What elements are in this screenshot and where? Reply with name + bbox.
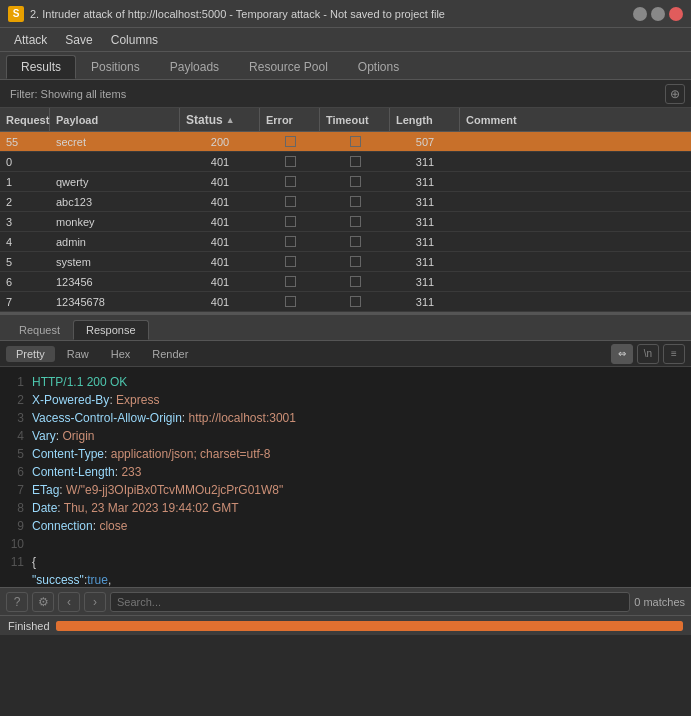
table-row[interactable]: 3 monkey 401 311 — [0, 212, 691, 232]
td-error — [260, 136, 320, 147]
td-request: 6 — [0, 276, 50, 288]
td-request: 0 — [0, 156, 50, 168]
fmt-tab-hex[interactable]: Hex — [101, 346, 141, 362]
td-status: 401 — [180, 236, 260, 248]
bottom-section: Request Response Pretty Raw Hex Render ⇔… — [0, 315, 691, 587]
footer-status: Finished — [8, 620, 50, 632]
td-error — [260, 176, 320, 187]
tab-positions[interactable]: Positions — [76, 55, 155, 79]
td-timeout — [320, 236, 390, 247]
td-timeout — [320, 156, 390, 167]
table-row[interactable]: 0 401 311 — [0, 152, 691, 172]
inner-tab-request[interactable]: Request — [6, 320, 73, 340]
td-request: 1 — [0, 176, 50, 188]
td-request: 55 — [0, 136, 50, 148]
th-status[interactable]: Status ▲ — [180, 108, 260, 131]
progress-bar-container — [56, 621, 683, 631]
td-error — [260, 276, 320, 287]
td-timeout — [320, 176, 390, 187]
td-status: 401 — [180, 276, 260, 288]
line: 1HTTP/1.1 200 OK — [8, 373, 683, 391]
td-payload: abc123 — [50, 196, 180, 208]
menu-save[interactable]: Save — [57, 31, 100, 49]
fmt-tab-raw[interactable]: Raw — [57, 346, 99, 362]
th-payload: Payload — [50, 108, 180, 131]
td-length: 311 — [390, 176, 460, 188]
footer: Finished — [0, 615, 691, 635]
settings-button[interactable]: ⚙ — [32, 592, 54, 612]
th-timeout: Timeout — [320, 108, 390, 131]
table-row[interactable]: 55 secret 200 507 — [0, 132, 691, 152]
td-status: 401 — [180, 196, 260, 208]
td-timeout — [320, 296, 390, 307]
td-error — [260, 236, 320, 247]
status-bar: ? ⚙ ‹ › 0 matches — [0, 587, 691, 615]
td-payload: admin — [50, 236, 180, 248]
td-status: 401 — [180, 176, 260, 188]
table-header: Request Payload Status ▲ Error Timeout L… — [0, 108, 691, 132]
fmt-tab-render[interactable]: Render — [142, 346, 198, 362]
filter-text: Filter: Showing all items — [6, 86, 661, 102]
inner-tab-response[interactable]: Response — [73, 320, 149, 340]
th-error: Error — [260, 108, 320, 131]
minimize-button[interactable] — [633, 7, 647, 21]
more-options-button[interactable]: ≡ — [663, 344, 685, 364]
filter-bar: Filter: Showing all items ⊕ — [0, 80, 691, 108]
inner-tab-bar: Request Response — [0, 315, 691, 341]
word-wrap-button[interactable]: ⇔ — [611, 344, 633, 364]
newline-button[interactable]: \n — [637, 344, 659, 364]
td-length: 311 — [390, 256, 460, 268]
td-length: 311 — [390, 236, 460, 248]
td-payload: qwerty — [50, 176, 180, 188]
td-payload: secret — [50, 136, 180, 148]
menu-columns[interactable]: Columns — [103, 31, 166, 49]
td-length: 311 — [390, 296, 460, 308]
response-body: 1HTTP/1.1 200 OK2X-Powered-By: Express3V… — [0, 367, 691, 587]
help-button[interactable]: ? — [6, 592, 28, 612]
td-status: 401 — [180, 296, 260, 308]
tab-bar: Results Positions Payloads Resource Pool… — [0, 52, 691, 80]
app-icon: S — [8, 6, 24, 22]
next-button[interactable]: › — [84, 592, 106, 612]
td-error — [260, 296, 320, 307]
td-timeout — [320, 256, 390, 267]
td-payload: 123456 — [50, 276, 180, 288]
td-request: 2 — [0, 196, 50, 208]
table-row[interactable]: 2 abc123 401 311 — [0, 192, 691, 212]
tab-options[interactable]: Options — [343, 55, 414, 79]
table-row[interactable]: 6 123456 401 311 — [0, 272, 691, 292]
tab-payloads[interactable]: Payloads — [155, 55, 234, 79]
maximize-button[interactable] — [651, 7, 665, 21]
tab-results[interactable]: Results — [6, 55, 76, 79]
table-row[interactable]: 4 admin 401 311 — [0, 232, 691, 252]
td-request: 7 — [0, 296, 50, 308]
td-error — [260, 216, 320, 227]
title-bar: S 2. Intruder attack of http://localhost… — [0, 0, 691, 28]
td-timeout — [320, 276, 390, 287]
table-container: Request Payload Status ▲ Error Timeout L… — [0, 108, 691, 312]
td-request: 5 — [0, 256, 50, 268]
search-input[interactable] — [110, 592, 630, 612]
line: 7ETag: W/"e9-jj3OIpiBx0TcvMMOu2jcPrG01W8… — [8, 481, 683, 499]
close-button[interactable] — [669, 7, 683, 21]
table-row[interactable]: 1 qwerty 401 311 — [0, 172, 691, 192]
table-row[interactable]: 7 12345678 401 311 — [0, 292, 691, 312]
menu-attack[interactable]: Attack — [6, 31, 55, 49]
table-body: 55 secret 200 507 0 401 311 1 qwerty 401… — [0, 132, 691, 312]
filter-icon[interactable]: ⊕ — [665, 84, 685, 104]
td-length: 311 — [390, 216, 460, 228]
td-payload: 12345678 — [50, 296, 180, 308]
td-error — [260, 156, 320, 167]
td-timeout — [320, 216, 390, 227]
tab-resource-pool[interactable]: Resource Pool — [234, 55, 343, 79]
td-length: 311 — [390, 276, 460, 288]
td-request: 4 — [0, 236, 50, 248]
line: 4Vary: Origin — [8, 427, 683, 445]
table-row[interactable]: 5 system 401 311 — [0, 252, 691, 272]
matches-text: 0 matches — [634, 596, 685, 608]
prev-button[interactable]: ‹ — [58, 592, 80, 612]
th-request: Request — [0, 108, 50, 131]
td-timeout — [320, 136, 390, 147]
line: 3Vacess-Control-Allow-Origin: http://loc… — [8, 409, 683, 427]
fmt-tab-pretty[interactable]: Pretty — [6, 346, 55, 362]
